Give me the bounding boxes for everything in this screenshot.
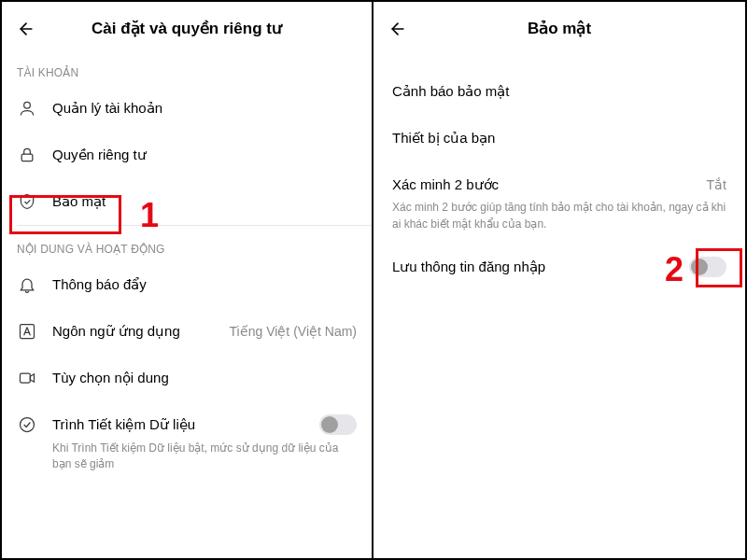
two-step-value: Tắt (707, 177, 726, 192)
row-label: Quyền riêng tư (52, 147, 357, 163)
bell-icon (17, 274, 37, 295)
save-login-toggle[interactable] (689, 257, 726, 277)
row-data-saver[interactable]: Trình Tiết kiệm Dữ liệu (2, 401, 372, 441)
language-value: Tiếng Việt (Việt Nam) (230, 324, 357, 339)
header-right: Bảo mật (374, 2, 745, 49)
data-saver-icon (17, 414, 37, 435)
lock-icon (17, 145, 37, 165)
header-left: Cài đặt và quyền riêng tư (2, 2, 372, 49)
settings-screen: Cài đặt và quyền riêng tư TÀI KHOẢN Quản… (2, 2, 374, 558)
row-two-step[interactable]: Xác minh 2 bước Tắt (374, 161, 745, 197)
row-label: Cảnh báo bảo mật (392, 83, 509, 99)
svg-rect-4 (21, 373, 31, 383)
svg-point-6 (21, 418, 35, 432)
row-label: Thiết bị của bạn (392, 130, 495, 146)
language-a-icon (17, 321, 37, 342)
section-content-label: NỘI DUNG VÀ HOẠT ĐỘNG (2, 226, 372, 261)
data-saver-sub: Khi Trình Tiết kiệm Dữ liệu bật, mức sử … (2, 441, 372, 482)
row-label: Tùy chọn nội dung (52, 370, 357, 386)
toggle-knob (691, 259, 708, 275)
security-screen: Bảo mật Cảnh báo bảo mật Thiết bị của bạ… (374, 2, 745, 558)
row-label: Ngôn ngữ ứng dụng (52, 323, 230, 340)
shield-icon (17, 191, 37, 212)
svg-rect-3 (21, 325, 35, 339)
row-security[interactable]: Bảo mật (2, 178, 372, 225)
row-manage-account[interactable]: Quản lý tài khoản (2, 85, 372, 132)
row-security-alert[interactable]: Cảnh báo bảo mật (374, 68, 745, 115)
two-step-sub: Xác minh 2 bước giúp tăng tính bảo mật c… (374, 197, 745, 242)
row-label: Bảo mật (52, 193, 357, 210)
svg-rect-2 (21, 154, 33, 161)
section-account-label: TÀI KHOẢN (2, 49, 372, 85)
data-saver-toggle[interactable] (319, 414, 357, 435)
row-label: Quản lý tài khoản (52, 100, 357, 117)
row-label: Xác minh 2 bước (392, 176, 707, 193)
svg-point-1 (24, 102, 31, 108)
person-icon (17, 98, 37, 119)
row-your-devices[interactable]: Thiết bị của bạn (374, 115, 745, 161)
row-save-login[interactable]: Lưu thông tin đăng nhập (374, 242, 745, 292)
row-push-notifications[interactable]: Thông báo đẩy (2, 261, 372, 308)
toggle-knob (321, 416, 338, 433)
header-title-left: Cài đặt và quyền riêng tư (17, 19, 357, 38)
row-content-preferences[interactable]: Tùy chọn nội dung (2, 355, 372, 401)
row-label: Trình Tiết kiệm Dữ liệu (52, 416, 319, 433)
row-label: Lưu thông tin đăng nhập (392, 259, 689, 275)
row-privacy[interactable]: Quyền riêng tư (2, 132, 372, 178)
video-icon (17, 368, 37, 388)
row-app-language[interactable]: Ngôn ngữ ứng dụng Tiếng Việt (Việt Nam) (2, 308, 372, 355)
row-label: Thông báo đẩy (52, 276, 357, 293)
header-title-right: Bảo mật (388, 19, 730, 38)
